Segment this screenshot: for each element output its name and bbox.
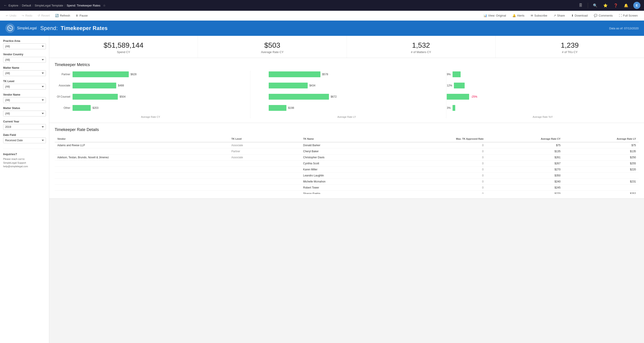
refresh-button[interactable]: 🔄 Refresh — [53, 13, 72, 18]
cell-max-rate: 0 — [385, 191, 486, 194]
details-section: Timekeeper Rate Details Vendor TK Level … — [49, 123, 644, 198]
bar-ly — [269, 72, 320, 77]
filter-vendor-name-select[interactable]: (All) — [3, 97, 46, 103]
filter-current-year-label: Current Year — [3, 120, 46, 123]
fullscreen-button[interactable]: ⛶ Full Screen — [616, 13, 640, 18]
filter-date-field-label: Date Field — [3, 134, 46, 136]
help-icon[interactable]: ❓ — [613, 2, 619, 8]
cell-rate-cy: $267 — [486, 160, 564, 166]
table-row: Robert Tower0$245 — [55, 185, 639, 191]
toolbar-right-actions: 📊 View: Original 🔔 Alerts ✉ Subscribe ↗ … — [481, 13, 640, 18]
cell-rate-ly: $252 — [563, 191, 639, 194]
pause-button[interactable]: ⏸ Pause — [73, 13, 90, 18]
alerts-button[interactable]: 🔔 Alerts — [510, 13, 527, 18]
cell-tk-level — [228, 172, 300, 179]
chart-row-label: Associate — [55, 84, 72, 87]
undo-icon: ↩ — [6, 14, 8, 17]
cell-tk-level: Associate — [228, 142, 300, 148]
cell-rate-ly: $250 — [563, 154, 639, 160]
filter-practice-area-select[interactable]: (All) — [3, 44, 46, 49]
view-original-button[interactable]: 📊 View: Original — [481, 13, 509, 18]
kpi-row: $51,589,144 Spend CY $503 Average Rate C… — [49, 36, 644, 58]
favorite-star-icon[interactable]: ☆ — [103, 4, 106, 7]
bar-ly-value: $434 — [310, 84, 316, 87]
cell-vendor — [55, 185, 228, 191]
simplelegal-logo-icon — [7, 25, 13, 31]
filter-matter-status-select[interactable]: (All) — [3, 110, 46, 116]
filter-tk-level-label: TK Level — [3, 80, 46, 83]
filter-current-year-select[interactable]: 2019 2020 2018 — [3, 124, 46, 130]
breadcrumb-template[interactable]: SimpleLegal Template — [35, 4, 63, 7]
cell-rate-cy: $135 — [486, 148, 564, 154]
breadcrumb-explore[interactable]: Explore — [8, 4, 18, 7]
table-row: Leandro Laughlin0$350 — [55, 172, 639, 179]
database-icon[interactable]: 🗄 — [578, 2, 584, 8]
refresh-icon: 🔄 — [55, 14, 59, 17]
chart-row-cy: Associate$488 — [55, 82, 246, 89]
cell-tk-level — [228, 179, 300, 185]
cell-vendor — [55, 160, 228, 166]
redo-button[interactable]: ↪ Redo — [20, 13, 34, 18]
filter-date-field-select[interactable]: Received Date Invoice Date — [3, 138, 46, 143]
chart-row-ly: $672 — [251, 93, 443, 100]
cell-rate-cy: $261 — [486, 154, 564, 160]
undo-button[interactable]: ↩ Undo — [4, 13, 18, 18]
kpi-matters-cy-value: 1,532 — [350, 41, 492, 50]
chart-row-yoy: 3% — [447, 104, 639, 112]
chart-row-ly: $198 — [251, 104, 443, 112]
user-avatar[interactable]: E — [633, 2, 640, 9]
chart-panel-ly: $578$434$672$198Average Rate LY — [251, 71, 446, 118]
logo-text: SimpleLegal — [17, 26, 37, 30]
comments-button[interactable]: 💬 Comments — [591, 13, 615, 18]
cell-rate-cy: $240 — [486, 179, 564, 185]
chart-row-label: Partner — [55, 73, 72, 76]
kpi-spend-cy: $51,589,144 Spend CY — [49, 36, 198, 58]
share-icon: ↗ — [554, 14, 556, 17]
table-row: Adams and Reese LLPAssociateDonald Barke… — [55, 142, 639, 148]
subscribe-label: Subscribe — [534, 14, 547, 17]
comments-icon: 💬 — [594, 14, 598, 17]
cell-tk-name: Michelle Mcmahon — [300, 179, 386, 185]
filter-practice-area-label: Practice Area — [3, 40, 46, 42]
bar-cy-value: $488 — [118, 84, 124, 87]
chart-row-label: Other — [55, 106, 72, 110]
cell-max-rate: 0 — [385, 166, 486, 172]
cell-vendor — [55, 191, 228, 194]
main-layout: Practice Area (All) Vendor Country (All)… — [0, 36, 644, 343]
search-icon[interactable]: 🔍 — [592, 2, 598, 8]
cell-max-rate: 0 — [385, 185, 486, 191]
bar-yoy — [452, 72, 460, 77]
chart-row-cy: Of Counsel$504 — [55, 93, 246, 100]
breadcrumb-default[interactable]: Default — [22, 4, 31, 7]
cell-rate-ly: $75 — [563, 142, 639, 148]
kpi-matters-cy-label: # of Matters CY — [350, 50, 492, 54]
cell-rate-cy: $350 — [486, 172, 564, 179]
col-avg-rate-ly: Average Rate LY — [563, 136, 639, 142]
rate-table-wrapper[interactable]: Vendor TK Level TK Name Max. TK Approved… — [55, 136, 639, 194]
table-row: PartnerCheryl Baker0$135$135 — [55, 148, 639, 154]
bell-icon[interactable]: 🔔 — [623, 2, 629, 8]
share-label: Share — [557, 14, 565, 17]
chart-row-cy: Partner$628 — [55, 71, 246, 78]
title-suffix: Timekeeper Rates — [61, 25, 108, 31]
filter-matter-name: Matter Name (All) — [3, 66, 46, 76]
filter-vendor-country-select[interactable]: (All) — [3, 57, 46, 63]
saved-reports-icon[interactable]: ⭐ — [602, 2, 608, 8]
share-button[interactable]: ↗ Share — [551, 13, 568, 18]
cell-tk-level — [228, 191, 300, 194]
revert-button[interactable]: ↺ Revert — [36, 13, 52, 18]
cell-max-rate: 0 — [385, 142, 486, 148]
filter-matter-status: Matter Status (All) — [3, 106, 46, 116]
view-icon: 📊 — [484, 14, 487, 17]
top-navigation: ← Explore / Default / SimpleLegal Templa… — [0, 0, 644, 11]
filter-current-year: Current Year 2019 2020 2018 — [3, 120, 46, 130]
filter-tk-level-select[interactable]: (All) — [3, 84, 46, 90]
back-arrow-icon[interactable]: ← — [4, 3, 7, 8]
download-button[interactable]: ⬇ Download — [568, 13, 590, 18]
filter-matter-name-select[interactable]: (All) — [3, 70, 46, 76]
chart-row-yoy: 9% — [447, 71, 639, 78]
subscribe-button[interactable]: ✉ Subscribe — [528, 13, 550, 18]
title-prefix: Spend: — [40, 25, 58, 31]
kpi-avg-rate-cy-label: Average Rate CY — [202, 50, 343, 54]
cell-tk-level: Associate — [228, 154, 300, 160]
